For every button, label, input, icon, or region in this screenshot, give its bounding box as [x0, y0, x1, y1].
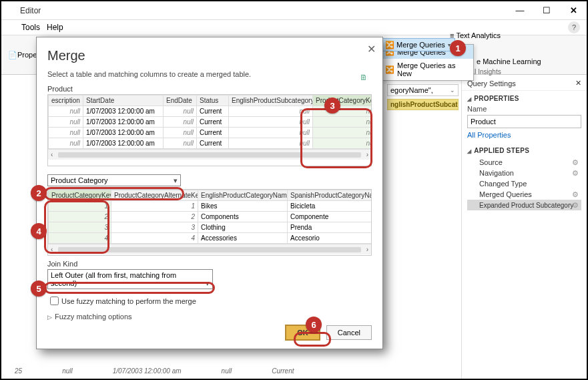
- primary-table-grid[interactable]: escription StartDate EndDate Status Engl…: [47, 94, 372, 166]
- gear-icon[interactable]: ⚙: [572, 201, 579, 210]
- horizontal-scrollbar[interactable]: ‹›: [48, 149, 371, 160]
- col-subcategory[interactable]: EnglishProductSubcategoryName: [229, 96, 313, 106]
- query-settings-panel: Query Settings ✕ PROPERTIES Name All Pro…: [461, 76, 587, 379]
- step-source-label: Source: [479, 158, 503, 166]
- step-changed-label: Changed Type: [479, 180, 527, 188]
- step-navigation[interactable]: Navigation⚙: [467, 168, 581, 178]
- fuzzy-matching-checkbox[interactable]: Use fuzzy matching to perform the merge: [47, 295, 372, 307]
- col-enddate[interactable]: EndDate: [164, 96, 197, 106]
- step-changed-type[interactable]: Changed Type: [467, 178, 581, 189]
- table-row[interactable]: 22ComponentsComponente: [49, 212, 372, 222]
- col2-alternatekey[interactable]: ProductCategoryAlternateKey: [111, 190, 198, 201]
- join-kind-dropdown[interactable]: Left Outer (all from first, matching fro…: [47, 269, 213, 289]
- window-title: Editor: [20, 6, 41, 15]
- table-row[interactable]: 44AccessoriesAccesorio: [49, 233, 372, 244]
- ai-insights-group-label: AI Insights: [470, 68, 501, 75]
- col2-spanish-name[interactable]: SpanishProductCategoryName: [288, 190, 372, 201]
- text-analytics-button[interactable]: ≡ Text Analytics: [450, 31, 501, 39]
- menu-tools[interactable]: Tools: [21, 23, 40, 32]
- merge-queries-icon: 🔀: [385, 41, 394, 49]
- step-expanded-subcategory[interactable]: Expanded Product Subcategory⚙: [467, 200, 581, 210]
- formula-bar[interactable]: egoryName", ⌄: [387, 84, 459, 96]
- gear-icon[interactable]: ⚙: [572, 158, 579, 167]
- col-description[interactable]: escription: [49, 96, 83, 106]
- background-data-row: 25 null 1/07/2003 12:00:00 am null Curre…: [15, 367, 453, 375]
- annotation-1: 1: [450, 40, 466, 56]
- step-expanded-label: Expanded Product Subcategory: [479, 202, 573, 209]
- secondary-table-grid[interactable]: ProductCategoryKey ProductCategoryAltern…: [47, 189, 372, 256]
- step-merged-label: Merged Queries: [479, 190, 532, 198]
- table-row[interactable]: null1/07/2003 12:00:00 amnullCurrentnull…: [49, 138, 372, 149]
- merge-dialog: ✕ Merge Select a table and matching colu…: [36, 37, 383, 349]
- table-row[interactable]: 11BikesBicicleta: [49, 201, 372, 212]
- name-label: Name: [467, 105, 581, 113]
- merge-queries-new-icon: 🔀: [385, 65, 394, 74]
- help-icon[interactable]: ?: [568, 21, 580, 33]
- dialog-title: Merge: [47, 48, 372, 63]
- annotation-3: 3: [324, 98, 340, 114]
- applied-steps-header[interactable]: APPLIED STEPS: [467, 147, 581, 154]
- text-analytics-label: Text Analytics: [456, 31, 501, 39]
- col-startdate[interactable]: StartDate: [83, 96, 164, 106]
- secondary-table-dropdown[interactable]: Product Category: [47, 174, 181, 186]
- query-name-input[interactable]: [467, 115, 581, 128]
- step-merged-queries[interactable]: Merged Queries⚙: [467, 189, 581, 200]
- window-minimize[interactable]: —: [507, 1, 533, 20]
- dialog-close-icon[interactable]: ✕: [367, 43, 376, 55]
- annotation-4: 4: [31, 223, 47, 239]
- dialog-description: Select a table and matching columns to c…: [47, 70, 372, 78]
- col-status[interactable]: Status: [197, 96, 229, 106]
- primary-table-name: Product: [47, 85, 372, 93]
- menu-help[interactable]: Help: [47, 23, 63, 32]
- merge-queries-button[interactable]: 🔀 Merge Queries ▾: [380, 38, 455, 51]
- cancel-button[interactable]: Cancel: [326, 325, 372, 340]
- table-row[interactable]: 33ClothingPrenda: [49, 222, 372, 233]
- annotation-2: 2: [31, 185, 47, 201]
- properties-section-header[interactable]: PROPERTIES: [467, 95, 581, 102]
- table-row[interactable]: null1/07/2003 12:00:00 amnullCurrentnull…: [49, 117, 372, 128]
- window-maximize[interactable]: ☐: [533, 1, 560, 20]
- new-query-icon[interactable]: 🗎: [360, 73, 368, 82]
- join-kind-label: Join Kind: [47, 260, 372, 268]
- horizontal-scrollbar[interactable]: ‹›: [48, 244, 371, 254]
- col-productcategorykey[interactable]: ProductCategoryKey: [313, 96, 372, 106]
- table-row[interactable]: null1/07/2003 12:00:00 amnullCurrentnull…: [49, 128, 372, 138]
- query-settings-title: Query Settings: [467, 79, 516, 87]
- properties-icon: 📄: [8, 51, 17, 59]
- annotation-6: 6: [306, 317, 322, 333]
- merge-queries-as-new-label: Merge Queries as New: [397, 61, 469, 77]
- azure-ml-button[interactable]: e Machine Learning: [477, 57, 541, 65]
- formula-dropdown-icon[interactable]: ⌄: [450, 87, 455, 93]
- table-row[interactable]: null1/07/2003 12:00:00 amnullCurrentnull…: [49, 106, 372, 117]
- close-panel-icon[interactable]: ✕: [575, 79, 581, 87]
- gear-icon[interactable]: ⚙: [572, 190, 579, 199]
- window-close[interactable]: ✕: [560, 1, 587, 20]
- merge-queries-label: Merge Queries: [396, 41, 445, 49]
- formula-text: egoryName",: [390, 86, 433, 94]
- gear-icon[interactable]: ⚙: [572, 169, 579, 178]
- fuzzy-checkbox-label: Use fuzzy matching to perform the merge: [61, 297, 196, 305]
- annotation-5: 5: [31, 280, 47, 297]
- merge-queries-as-new-item[interactable]: 🔀 Merge Queries as New: [381, 59, 473, 80]
- selected-column-header[interactable]: nglishProductSubcategoryNam: [387, 99, 459, 110]
- step-navigation-label: Navigation: [479, 169, 514, 177]
- col2-english-name[interactable]: EnglishProductCategoryName: [198, 190, 288, 201]
- fuzzy-options-expander[interactable]: Fuzzy matching options: [47, 313, 372, 321]
- fuzzy-checkbox-input[interactable]: [50, 297, 59, 305]
- col2-productcategorykey[interactable]: ProductCategoryKey: [49, 190, 111, 201]
- step-source[interactable]: Source⚙: [467, 157, 581, 168]
- all-properties-link[interactable]: All Properties: [467, 131, 511, 139]
